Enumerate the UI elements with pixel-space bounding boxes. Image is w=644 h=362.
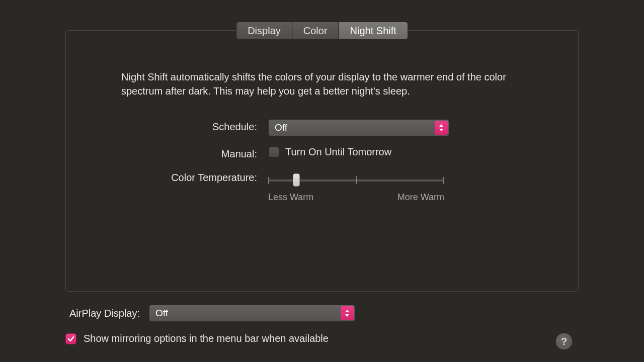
airplay-label: AirPlay Display: (69, 308, 140, 319)
color-temperature-control: Less Warm More Warm (268, 170, 449, 203)
footer-area: AirPlay Display: Off Show mirroring opti… (65, 305, 579, 344)
airplay-select[interactable]: Off (149, 305, 355, 322)
manual-row: Turn On Until Tomorrow (268, 146, 449, 158)
slider-min-label: Less Warm (268, 192, 313, 203)
slider-max-label: More Warm (397, 192, 444, 203)
manual-checkbox-label: Turn On Until Tomorrow (285, 146, 391, 158)
airplay-value: Off (155, 308, 168, 319)
mirroring-checkbox[interactable] (65, 333, 76, 344)
night-shift-description: Night Shift automatically shifts the col… (121, 70, 523, 98)
slider-thumb[interactable] (293, 173, 300, 187)
color-temperature-label: Color Temperature: (131, 170, 257, 184)
mirroring-label: Show mirroring options in the menu bar w… (84, 333, 329, 344)
tab-color[interactable]: Color (292, 22, 339, 40)
updown-icon (435, 121, 448, 135)
night-shift-panel: Display Color Night Shift Night Shift au… (65, 30, 579, 292)
help-button[interactable]: ? (555, 333, 573, 350)
manual-checkbox[interactable] (268, 147, 279, 158)
schedule-select[interactable]: Off (268, 119, 449, 136)
mirroring-row: Show mirroring options in the menu bar w… (65, 333, 579, 344)
schedule-label: Schedule: (131, 119, 257, 133)
schedule-value: Off (275, 122, 287, 133)
manual-label: Manual: (131, 146, 257, 160)
color-temperature-slider[interactable] (268, 175, 444, 185)
panel-content: Night Shift automatically shifts the col… (66, 31, 578, 203)
tab-night-shift[interactable]: Night Shift (339, 22, 408, 40)
tab-bar: Display Color Night Shift (236, 22, 408, 40)
airplay-row: AirPlay Display: Off (65, 305, 579, 322)
night-shift-form: Schedule: Off Manual: (131, 119, 523, 203)
slider-labels: Less Warm More Warm (268, 192, 444, 203)
slider-tick-min (268, 177, 269, 184)
slider-tick-mid (356, 176, 357, 184)
slider-tick-max (443, 177, 444, 184)
tab-display[interactable]: Display (236, 22, 292, 40)
displays-preferences-window: Display Color Night Shift Night Shift au… (0, 0, 644, 362)
updown-icon (341, 306, 354, 320)
